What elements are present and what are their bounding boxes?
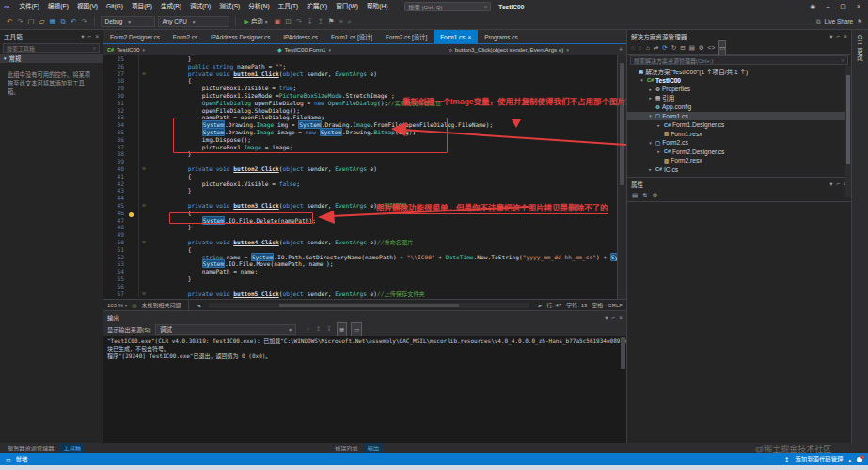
code-line[interactable]: 29 pictureBox1.Visible = true; <box>103 85 617 92</box>
chevron-down-icon[interactable]: ▾ <box>829 180 832 188</box>
breakpoint-margin[interactable] <box>126 180 139 188</box>
breakpoint-margin[interactable] <box>126 268 139 275</box>
solution-explorer-scrollbar[interactable] <box>845 66 851 197</box>
code-line[interactable]: 51 { <box>103 246 617 254</box>
breakpoint-margin[interactable] <box>126 290 139 298</box>
live-share-icon[interactable]: ⧉ <box>816 18 821 25</box>
start-debugging-button[interactable]: ▶ 启动 ▾ <box>242 17 271 25</box>
breakpoint-margin[interactable] <box>126 202 139 210</box>
step-over-icon[interactable]: ↷ <box>295 15 303 28</box>
scrollbar-thumb[interactable] <box>846 75 850 164</box>
tree-item[interactable]: ▥ Form2.resx <box>627 156 851 165</box>
forward-icon[interactable]: ○ <box>639 41 642 55</box>
outline-margin[interactable]: ⊟ <box>139 202 149 210</box>
close-panel-icon[interactable]: × <box>844 33 847 40</box>
preview-selected-icon[interactable]: ▭ <box>718 40 726 55</box>
sync-icon[interactable]: ⟳ <box>662 41 667 55</box>
outline-margin[interactable] <box>139 260 149 268</box>
breakpoint-margin[interactable] <box>126 100 139 107</box>
alphabetical-icon[interactable]: ⇅ <box>642 189 647 202</box>
outline-margin[interactable] <box>139 85 149 92</box>
navigate-forward-icon[interactable]: ↷ <box>16 15 24 28</box>
tree-item[interactable]: ▸ C# Form2.Designer.cs <box>627 148 851 157</box>
zoom-level-dropdown[interactable]: 105 % ▾ <box>107 303 127 308</box>
code-line[interactable]: 27⊟ private void button1_Click(object se… <box>103 70 617 78</box>
solution-platforms-dropdown[interactable]: Any CPU ▾ <box>158 16 229 27</box>
pin-icon[interactable]: ⌐ <box>836 33 840 40</box>
outline-margin[interactable] <box>139 268 149 275</box>
expander-icon[interactable]: ▸ <box>647 86 654 92</box>
outline-margin[interactable] <box>139 136 149 144</box>
bookmark-icon[interactable]: ⚑ <box>327 15 336 28</box>
menu-item[interactable]: 调试(D) <box>186 0 214 13</box>
menu-item[interactable]: 编辑(E) <box>44 0 72 13</box>
outline-margin[interactable] <box>139 55 149 63</box>
breadcrumb-class[interactable]: ◆ TestIC00.Form1 ▾ <box>277 46 448 53</box>
editor-tab[interactable]: Form2.Designer.cs × <box>103 30 166 43</box>
navigate-backward-icon[interactable]: ↶ <box>6 15 13 28</box>
hot-reload-icon[interactable]: ▣ <box>273 15 281 28</box>
outline-margin[interactable] <box>139 114 149 121</box>
solution-configurations-dropdown[interactable]: Debug ▾ <box>101 16 155 27</box>
breakpoint-margin[interactable] <box>126 231 139 239</box>
breakpoint-margin[interactable] <box>126 224 139 231</box>
outline-margin[interactable] <box>139 217 149 225</box>
breakpoint-margin[interactable] <box>126 70 139 78</box>
editor-tab[interactable]: Form1.cs [设计] × <box>324 30 379 43</box>
properties-icon[interactable]: ⚙ <box>699 41 704 55</box>
pin-icon[interactable]: ⌐ <box>611 314 615 321</box>
add-to-source-control-button[interactable]: 添加到源代码管理 <box>795 455 843 463</box>
toolbox-search-input[interactable]: 搜索工具箱 ⌕ <box>3 43 100 53</box>
code-line[interactable]: 53 System.IO.File.Move(namePath, name ); <box>103 260 617 268</box>
outline-margin[interactable] <box>139 100 149 107</box>
code-line[interactable]: 28 { <box>103 77 617 85</box>
chevron-down-icon[interactable]: ▾ <box>829 33 832 40</box>
outline-margin[interactable] <box>139 107 149 115</box>
breakpoint-margin[interactable] <box>126 173 139 180</box>
editor-tab[interactable]: Form2.cs [设计] × <box>379 30 434 43</box>
breadcrumb-method[interactable]: ◇ button3_Click(object sender, EventArgs… <box>449 46 619 53</box>
expander-icon[interactable]: ▸ <box>647 95 654 101</box>
code-line[interactable]: 26 public string namePath = ""; <box>103 63 617 70</box>
document-health-icon[interactable]: ◎ <box>132 302 136 308</box>
editor-tab[interactable]: Form1.cs × <box>434 30 478 43</box>
save-all-icon[interactable]: ⧉ <box>60 15 67 28</box>
breakpoint-margin[interactable] <box>126 254 139 261</box>
tab-close-icon[interactable]: × <box>467 34 471 40</box>
quick-search-input[interactable]: 搜索 (Ctrl+Q) ⌕ <box>404 2 491 11</box>
code-line[interactable]: 41 { <box>103 173 617 180</box>
new-project-icon[interactable]: ▢ <box>27 15 36 28</box>
outline-margin[interactable] <box>139 180 149 188</box>
outline-margin[interactable] <box>139 63 149 70</box>
dock-tab[interactable]: 服务器资源管理器 <box>4 443 58 453</box>
breakpoint-margin[interactable] <box>126 121 139 129</box>
close-panel-icon[interactable]: × <box>619 314 623 321</box>
switch-views-icon[interactable]: ⇄ <box>654 41 658 55</box>
code-editor[interactable]: 25 }26 public string namePath = "";27⊟ p… <box>103 55 626 299</box>
outline-margin[interactable] <box>139 92 149 100</box>
expander-icon[interactable]: ▸ <box>647 166 654 172</box>
outline-margin[interactable] <box>139 254 149 261</box>
indentation-indicator[interactable]: 空格 <box>592 301 603 309</box>
breakpoint-margin[interactable] <box>126 114 139 121</box>
undo-icon[interactable]: ↶ <box>70 15 77 28</box>
categorized-icon[interactable]: ▤ <box>632 189 638 202</box>
refresh-icon[interactable]: ↻ <box>671 41 676 55</box>
save-icon[interactable]: ▦ <box>48 15 56 28</box>
outline-margin[interactable] <box>139 210 149 217</box>
outline-margin[interactable]: ⊟ <box>139 239 149 246</box>
breakpoint-margin[interactable] <box>126 158 139 165</box>
outline-margin[interactable]: ⊟ <box>139 290 149 298</box>
tree-item[interactable]: ⚙ App.config <box>627 102 851 112</box>
code-line[interactable]: 55 } <box>103 275 617 283</box>
editor-tab[interactable]: IPAddress.Designer.cs × <box>204 30 276 43</box>
show-all-files-icon[interactable]: ▤ <box>689 41 695 55</box>
live-share-button[interactable]: Live Share <box>825 18 854 24</box>
feedback-icon[interactable]: ⚑ <box>857 18 862 25</box>
breakpoint-margin[interactable] <box>126 275 139 283</box>
close-panel-icon[interactable]: × <box>95 33 99 40</box>
step-into-icon[interactable]: ↧ <box>306 15 313 28</box>
outline-margin[interactable] <box>139 195 149 202</box>
outline-margin[interactable] <box>139 129 149 136</box>
pin-icon[interactable]: ⌐ <box>87 33 91 40</box>
